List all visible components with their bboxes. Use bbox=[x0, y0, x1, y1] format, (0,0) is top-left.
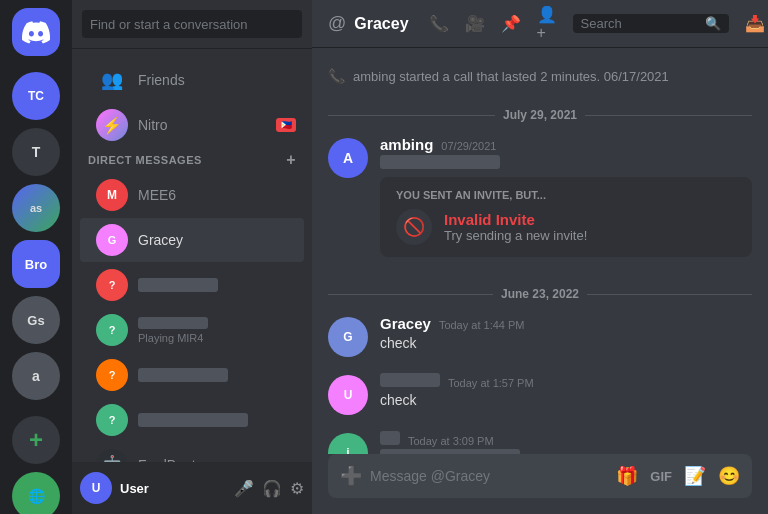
invalid-title: Invalid Invite bbox=[444, 211, 587, 228]
dm-item-blurred2[interactable]: ? Playing MIR4 bbox=[80, 308, 304, 352]
search-magnifier-icon: 🔍 bbox=[705, 16, 721, 31]
blurred1-avatar: ? bbox=[96, 269, 128, 301]
server-icon-a[interactable]: a bbox=[12, 352, 60, 400]
message-gracey: G Gracey Today at 1:44 PM check bbox=[328, 313, 752, 359]
nitro-label: Nitro bbox=[138, 117, 168, 133]
main-chat: @ Gracey 📞 🎥 📌 👤+ 🔍 📥 ❓ 📞 ambing bbox=[312, 0, 768, 514]
header-search-input[interactable] bbox=[581, 16, 701, 31]
search-input[interactable] bbox=[82, 10, 302, 38]
gracey-chat-avatar: G bbox=[328, 317, 368, 357]
dm-item-blurred1[interactable]: ? bbox=[80, 263, 304, 307]
sticker-icon[interactable]: 📝 bbox=[684, 465, 706, 487]
pin-icon[interactable]: 📌 bbox=[501, 14, 521, 33]
friends-item[interactable]: 👥 Friends bbox=[80, 58, 304, 102]
message-user2: U Today at 1:57 PM check bbox=[328, 371, 752, 417]
chat-header: @ Gracey 📞 🎥 📌 👤+ 🔍 📥 ❓ bbox=[312, 0, 768, 48]
user3-header: Today at 3:09 PM bbox=[380, 431, 752, 447]
user2-content: Today at 1:57 PM check bbox=[380, 373, 752, 415]
server-icon-gs[interactable]: Gs bbox=[12, 296, 60, 344]
system-call-text: ambing started a call that lasted 2 minu… bbox=[353, 69, 669, 84]
gracey-header: Gracey Today at 1:44 PM bbox=[380, 315, 752, 332]
dm-section-header: DIRECT MESSAGES + bbox=[72, 148, 312, 172]
invalid-text: Invalid Invite Try sending a new invite! bbox=[444, 211, 587, 243]
gift-icon[interactable]: 🎁 bbox=[616, 465, 638, 487]
gracey-author: Gracey bbox=[380, 315, 431, 332]
invalid-invite-box: YOU SENT AN INVITE, BUT... 🚫 Invalid Inv… bbox=[380, 177, 752, 257]
server-icon-tc[interactable]: TC bbox=[12, 72, 60, 120]
invalid-icon: 🚫 bbox=[396, 209, 432, 245]
dm-name-blurred1 bbox=[138, 278, 218, 292]
fredboat-avatar: 🤖 bbox=[96, 449, 128, 462]
system-call-message: 📞 ambing started a call that lasted 2 mi… bbox=[328, 64, 752, 88]
call-icon: 📞 bbox=[328, 68, 345, 84]
dm-item-blurred4[interactable]: ? bbox=[80, 398, 304, 442]
message-user3: i Today at 3:09 PM YOU SENT AN INVITE TO… bbox=[328, 429, 752, 454]
dm-item-gracey[interactable]: G Gracey bbox=[80, 218, 304, 262]
user3-timestamp: Today at 3:09 PM bbox=[408, 435, 494, 447]
dm-item-fredboat[interactable]: 🤖 FredBoat♪♪ bbox=[80, 443, 304, 462]
user3-blurred-name bbox=[380, 431, 400, 445]
header-search: 🔍 bbox=[573, 14, 729, 33]
phone-call-icon[interactable]: 📞 bbox=[429, 14, 449, 33]
message-ambing: A ambing 07/29/2021 YOU SENT AN INVITE, … bbox=[328, 134, 752, 259]
invite-invalid: 🚫 Invalid Invite Try sending a new invit… bbox=[396, 209, 736, 245]
user3-content: Today at 3:09 PM YOU SENT AN INVITE TO J… bbox=[380, 431, 752, 454]
server-icon-user[interactable]: as bbox=[12, 184, 60, 232]
dm-name-blurred2 bbox=[138, 317, 208, 329]
chat-username: Gracey bbox=[354, 15, 408, 33]
discord-home-button[interactable] bbox=[12, 8, 60, 56]
nitro-item[interactable]: ⚡ Nitro 🇵🇭 bbox=[80, 103, 304, 147]
user2-blurred-name bbox=[380, 373, 440, 387]
video-call-icon[interactable]: 🎥 bbox=[465, 14, 485, 33]
dm-name-mee6: MEE6 bbox=[138, 187, 176, 203]
nitro-icon: ⚡ bbox=[96, 109, 128, 141]
chat-input-area: ➕ 🎁 GIF 📝 😊 bbox=[312, 454, 768, 514]
user2-avatar: U bbox=[328, 375, 368, 415]
dm-name-gracey: Gracey bbox=[138, 232, 183, 248]
ambing-content: ambing 07/29/2021 YOU SENT AN INVITE, BU… bbox=[380, 136, 752, 257]
dm-name-blurred4 bbox=[138, 413, 248, 427]
mee6-avatar: M bbox=[96, 179, 128, 211]
dm-item-blurred3[interactable]: ? bbox=[80, 353, 304, 397]
message-input[interactable] bbox=[370, 468, 608, 484]
server-icon-bro[interactable]: Bro bbox=[12, 240, 60, 288]
friends-icon: 👥 bbox=[96, 64, 128, 96]
search-area bbox=[72, 0, 312, 49]
ambing-avatar: A bbox=[328, 138, 368, 178]
gracey-text: check bbox=[380, 334, 752, 354]
input-right-icons: 🎁 GIF 📝 😊 bbox=[616, 465, 740, 487]
dm-item-mee6[interactable]: M MEE6 bbox=[80, 173, 304, 217]
add-server-button[interactable]: + bbox=[12, 416, 60, 464]
mic-button[interactable]: 🎤 bbox=[234, 479, 254, 498]
friends-label: Friends bbox=[138, 72, 185, 88]
inbox-icon[interactable]: 📥 bbox=[745, 14, 765, 33]
self-user-info: User bbox=[120, 481, 226, 496]
self-username: User bbox=[120, 481, 226, 496]
headphones-button[interactable]: 🎧 bbox=[262, 479, 282, 498]
ambing-header: ambing 07/29/2021 bbox=[380, 136, 752, 153]
discover-servers-button[interactable]: 🌐 bbox=[12, 472, 60, 514]
settings-button[interactable]: ⚙ bbox=[290, 479, 304, 498]
blurred2-avatar: ? bbox=[96, 314, 128, 346]
user2-timestamp: Today at 1:57 PM bbox=[448, 377, 534, 389]
at-icon: @ bbox=[328, 13, 346, 34]
emoji-icon[interactable]: 😊 bbox=[718, 465, 740, 487]
blurred3-avatar: ? bbox=[96, 359, 128, 391]
gracey-content: Gracey Today at 1:44 PM check bbox=[380, 315, 752, 357]
server-sidebar: TC T as Bro Gs a + 🌐 bbox=[0, 0, 72, 514]
server-icon-t[interactable]: T bbox=[12, 128, 60, 176]
user3-avatar: i bbox=[328, 433, 368, 454]
ambing-blurred-text bbox=[380, 155, 500, 169]
self-avatar: U bbox=[80, 472, 112, 504]
blurred4-avatar: ? bbox=[96, 404, 128, 436]
add-member-icon[interactable]: 👤+ bbox=[537, 5, 557, 42]
invite-label: YOU SENT AN INVITE, BUT... bbox=[396, 189, 736, 201]
gif-icon[interactable]: GIF bbox=[650, 469, 672, 484]
user2-header: Today at 1:57 PM bbox=[380, 373, 752, 389]
attach-icon[interactable]: ➕ bbox=[340, 465, 362, 487]
date-divider-july: July 29, 2021 bbox=[328, 108, 752, 122]
header-icons: 📞 🎥 📌 👤+ 🔍 📥 ❓ bbox=[429, 5, 768, 42]
invalid-subtitle: Try sending a new invite! bbox=[444, 228, 587, 243]
add-dm-button[interactable]: + bbox=[286, 152, 296, 168]
user-controls: 🎤 🎧 ⚙ bbox=[234, 479, 304, 498]
